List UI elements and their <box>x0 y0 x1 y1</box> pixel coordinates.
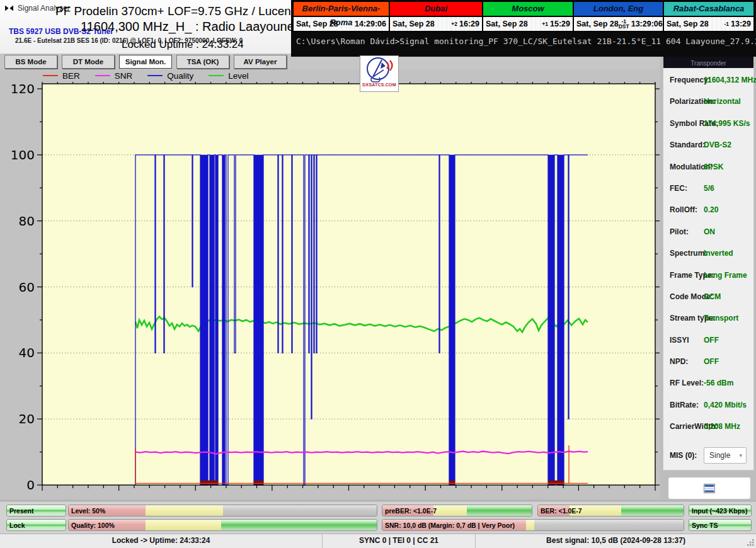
quality-indicator-bar: Quality: 100% <box>68 519 377 531</box>
clock-utc-offset: -1 <box>724 21 729 26</box>
param-label: Spectrum: <box>670 249 707 258</box>
param-value: 174,995 KS/s <box>704 119 750 128</box>
param-value: OFF <box>704 357 719 366</box>
param-value: Horizontal <box>704 97 741 106</box>
y-axis-label: 40 <box>19 345 35 360</box>
level-label: Level: 50% <box>71 507 105 515</box>
param-value: -56 dBm <box>704 379 733 387</box>
present-indicator-bar: Present <box>6 505 66 517</box>
preber-label: preBER: <1.0E-7 <box>385 507 437 515</box>
param-rolloff: RollOff:0.20 <box>663 200 753 221</box>
ber-bump <box>200 481 218 485</box>
param-npd: NPD:OFF <box>663 351 753 373</box>
tab-bs-mode[interactable]: BS Mode <box>4 55 57 69</box>
quality-dropout-band <box>200 155 208 485</box>
quality-dropout-band <box>254 155 263 485</box>
snr-label: SNR: 10,0 dB (Margin: 0,7 dB | Very Poor… <box>385 522 515 529</box>
param-value: 5/6 <box>704 184 714 193</box>
param-value: OFF <box>704 336 719 345</box>
tab-dt-mode[interactable]: DT Mode <box>62 55 115 69</box>
parameter-rows: Frequency:11604,312 MHzPolarization:Hori… <box>663 70 753 438</box>
clock-datetime: Sat, Sep 28-113:29 <box>664 17 753 31</box>
clock-date: Sat, Sep 28 <box>667 20 709 28</box>
lock-indicator-bar: Lock <box>6 519 66 531</box>
preber-indicator-bar: preBER: <1.0E-7 <box>382 505 532 517</box>
ber-bump <box>449 481 455 485</box>
logo-text: DXSATCS.COM <box>362 83 396 87</box>
clock-rabat-casablanca: Rabat-CasablancaSat, Sep 28-113:29 <box>664 2 753 31</box>
quality-dropout-band <box>558 155 564 485</box>
input-indicator-bar: Input (~423 Kbps) <box>689 505 752 517</box>
param-frame-type: Frame Type:Long Frame <box>663 265 753 287</box>
clock-date: Sat, Sep 28 <box>486 20 528 28</box>
tab-av-player[interactable]: AV Player <box>234 55 287 69</box>
ber-bump <box>548 481 564 485</box>
clock-city: Berlin-Paris-Vienna-Roma <box>294 2 389 17</box>
clock-city: Moscow <box>483 2 573 17</box>
clock-berlin-paris-vienna-roma: Berlin-Paris-Vienna-RomaSat, Sep 2814:29… <box>294 2 390 31</box>
quality-label: Quality: 100% <box>71 522 115 529</box>
bar-segment-green <box>221 520 377 530</box>
param-label: ISSYI <box>670 336 689 345</box>
lock-label: Lock <box>9 522 25 529</box>
param-rf-level: RF Level:-56 dBm <box>663 373 753 394</box>
param-symbol-rate: Symbol Rate:174,995 KS/s <box>663 113 753 135</box>
bar-segment-green <box>621 505 684 516</box>
status-bar: Locked -> Uptime: 24:33:24SYNC 0 | TEI 0… <box>0 534 756 548</box>
param-standard: Standard:DVB-S2 <box>663 135 753 156</box>
tab-signal-mon[interactable]: Signal Mon. <box>119 55 172 69</box>
legend-label: Level <box>228 71 248 81</box>
param-value: Long Frame <box>704 271 747 280</box>
clock-time: 13:29 <box>731 20 751 28</box>
param-pilot: Pilot:ON <box>663 222 753 243</box>
frequency-title: 11604,300 MHz_H_ : Radio Laayoune <box>81 20 294 34</box>
clock-moscow: MoscowSat, Sep 28+115:29 <box>483 2 574 31</box>
tab-tsa-ok[interactable]: TSA (OK) <box>176 55 229 69</box>
present-label: Present <box>9 507 34 515</box>
bar-segment-yellow <box>433 505 467 516</box>
param-spectrum: Spectrum:Inverted <box>663 243 753 265</box>
param-fec: FEC:5/6 <box>663 178 753 200</box>
y-axis-label: 20 <box>19 411 35 426</box>
legend-item-quality: Quality <box>147 71 193 81</box>
bar-segment-yellow <box>146 520 221 530</box>
input-label: Input (~423 Kbps) <box>692 507 747 515</box>
legend-item-snr: SNR <box>95 71 133 81</box>
chevron-down-icon: ▾ <box>739 452 742 459</box>
ber-bump <box>254 481 263 485</box>
mis-select[interactable]: Single ▾ <box>704 447 747 464</box>
signal-chart: 020406080100120 <box>5 82 660 498</box>
ber-indicator-bar: BER: <1.0E-7 <box>537 505 684 517</box>
param-label: Standard: <box>670 140 705 149</box>
legend-swatch-ber <box>43 75 58 76</box>
param-label: RollOff: <box>670 205 697 214</box>
transponder-panel: Transponder Frequency:11604,312 MHzPolar… <box>663 54 754 471</box>
log-window-icon <box>704 484 715 493</box>
app-icon <box>4 4 14 13</box>
param-polarization: Polarization:Horizontal <box>663 91 753 113</box>
chart-legend: BERSNRQualityLevel <box>0 69 660 82</box>
status-segment-2: Best signal: 10,5 dB (2024-09-28 13:37) <box>476 534 756 548</box>
locked-uptime: Locked Uptime : 24:33:24 <box>122 38 244 51</box>
clock-time: 16:29 <box>459 20 479 28</box>
y-axis-label: 80 <box>19 214 35 229</box>
param-value: 0,420 Mbit/s <box>704 401 747 409</box>
bar-segment-grey <box>223 505 377 516</box>
quality-dropout-band <box>449 155 455 485</box>
ts-log-button[interactable] <box>668 477 751 499</box>
clock-datetime: Sat, Sep 28-1DST13:29:06 <box>574 17 663 31</box>
mis-label: MIS (0): <box>670 451 697 460</box>
param-value: 11604,312 MHz <box>704 76 756 84</box>
syncts-indicator-bar: Sync TS <box>689 519 752 531</box>
param-label: NPD: <box>670 357 688 366</box>
param-value: 8PSK <box>704 163 723 171</box>
param-value: DVB-S2 <box>704 140 731 149</box>
legend-item-ber: BER <box>43 71 80 81</box>
param-bitrate: BitRate:0,420 Mbit/s <box>663 395 753 416</box>
signal-chart-panel: 020406080100120 <box>0 82 660 499</box>
level-indicator-bar: Level: 50% <box>68 505 377 517</box>
clock-utc-offset: -1DST <box>619 19 629 29</box>
ber-label: BER: <1.0E-7 <box>541 507 582 515</box>
legend-item-level: Level <box>209 71 248 81</box>
resize-grip[interactable] <box>747 539 755 547</box>
